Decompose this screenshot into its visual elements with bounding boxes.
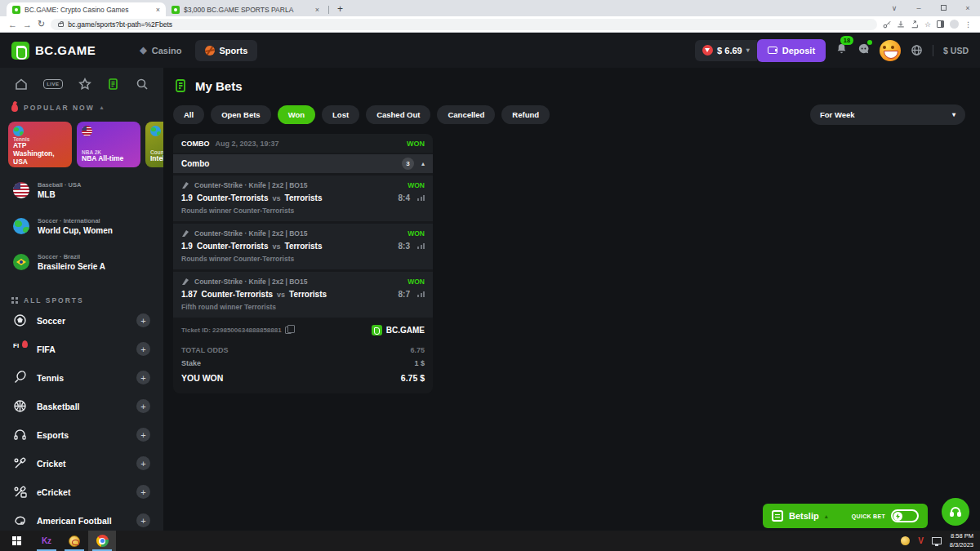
flame-icon: [11, 104, 18, 112]
password-key-icon[interactable]: [883, 20, 891, 29]
leg-league: Counter-Strike · Knife | 2x2 | BO15: [194, 181, 307, 189]
search-icon[interactable]: [136, 78, 149, 91]
browser-tab-active[interactable]: BC.GAME: Crypto Casino Games ×: [7, 2, 166, 16]
tray-v-icon[interactable]: V: [918, 536, 924, 545]
sidebar-item-american-football[interactable]: American Football +: [8, 506, 155, 531]
popular-card-csgo[interactable]: Count Intel E Maste: [145, 122, 163, 167]
site: BC.GAME ◆ Casino Sports $ 6.69 ▾: [0, 33, 980, 531]
stats-icon[interactable]: [417, 243, 425, 249]
reload-button[interactable]: ↻: [38, 19, 45, 29]
taskbar-app-kz[interactable]: Kz: [33, 531, 60, 551]
stats-icon[interactable]: [417, 195, 425, 201]
taskbar-app-garena[interactable]: [60, 531, 88, 551]
plus-button[interactable]: +: [136, 399, 150, 413]
live-icon[interactable]: LIVE: [43, 79, 62, 89]
basketball-icon: [13, 399, 27, 413]
globe-icon: [13, 126, 24, 136]
sidebar-item-soccer[interactable]: Soccer +: [8, 306, 155, 335]
tab-close-icon[interactable]: ×: [315, 6, 319, 14]
user-avatar[interactable]: [880, 40, 901, 61]
sidebar-item-cricket[interactable]: Cricket +: [8, 449, 155, 478]
popular-card-tennis[interactable]: Tennis ATP Washington, USA: [8, 122, 72, 167]
address-bar[interactable]: bc.game/sports?bt-path=%2Fbets: [51, 19, 877, 30]
plus-button[interactable]: +: [136, 313, 150, 327]
browser-tab[interactable]: $3,000 BC.GAME SPORTS PARLA ×: [166, 2, 325, 16]
plus-button[interactable]: +: [136, 456, 150, 470]
event-mlb[interactable]: Baseball · USA MLB: [8, 172, 155, 208]
star-icon[interactable]: [78, 78, 91, 91]
page-title-text: My Bets: [195, 79, 243, 93]
betslip-bar[interactable]: Betslip ▴ QUICK BET: [763, 504, 928, 528]
nav-sports[interactable]: Sports: [195, 40, 258, 61]
share-icon[interactable]: [911, 20, 919, 29]
popular-card-nba2k[interactable]: NBA 2K NBA All-time: [77, 122, 140, 167]
download-icon[interactable]: [897, 20, 905, 29]
filter-cancelled[interactable]: Cancelled: [437, 105, 495, 124]
quick-bet-toggle[interactable]: [891, 509, 919, 522]
notifications-button[interactable]: 18: [835, 42, 848, 58]
bookmark-star-icon[interactable]: ☆: [924, 20, 931, 29]
start-button[interactable]: [0, 531, 33, 551]
nav-casino[interactable]: ◆ Casino: [130, 39, 191, 61]
copy-icon[interactable]: [285, 327, 292, 334]
https-lock-icon: [58, 23, 64, 27]
minimize-button[interactable]: –: [906, 4, 931, 12]
balance-selector[interactable]: $ 6.69 ▾: [695, 40, 757, 61]
forward-button[interactable]: →: [23, 20, 32, 29]
bet-leg[interactable]: Counter-Strike · Knife | 2x2 | BO15 WON …: [173, 272, 433, 318]
card-title: Intel E Maste: [150, 155, 163, 163]
network-icon[interactable]: [932, 537, 942, 544]
stats-icon[interactable]: [417, 291, 425, 297]
sidebar-item-tennis[interactable]: Tennis +: [8, 363, 155, 392]
browser-menu-icon[interactable]: ⋮: [964, 20, 972, 29]
browser-profile-avatar[interactable]: [950, 20, 959, 29]
plus-button[interactable]: +: [136, 428, 150, 442]
filter-all[interactable]: All: [173, 105, 204, 124]
event-world-cup[interactable]: Soccer · International World Cup, Women: [8, 208, 155, 244]
back-button[interactable]: ←: [8, 20, 17, 29]
sidebar-item-basketball[interactable]: Basketball +: [8, 392, 155, 420]
language-globe-icon[interactable]: [911, 44, 923, 56]
filter-open-bets[interactable]: Open Bets: [211, 105, 271, 124]
leg-market: Fifth round winner Terrorists: [181, 303, 425, 311]
bet-card: COMBO Aug 2, 2023, 19:37 WON Combo 3 ▴ C…: [173, 134, 433, 393]
filter-won[interactable]: Won: [278, 105, 315, 124]
tab-close-icon[interactable]: ×: [156, 6, 160, 14]
plus-button[interactable]: +: [136, 513, 150, 527]
leg-away-team: Terrorists: [285, 193, 323, 202]
filter-refund[interactable]: Refund: [501, 105, 550, 124]
deposit-label: Deposit: [782, 46, 815, 56]
currency-selector[interactable]: $ USD: [943, 46, 969, 56]
home-icon[interactable]: [15, 78, 28, 91]
bet-leg[interactable]: Counter-Strike · Knife | 2x2 | BO15 WON …: [173, 176, 433, 221]
event-brasileiro[interactable]: Soccer · Brazil Brasileiro Serie A: [8, 244, 155, 280]
restore-button[interactable]: [931, 4, 956, 12]
sidebar-quick-nav: LIVE: [8, 76, 155, 102]
my-bets-icon[interactable]: [107, 78, 120, 91]
taskbar-clock[interactable]: 8:58 PM 8/3/2023: [950, 532, 973, 549]
filter-cashed-out[interactable]: Cashed Out: [366, 105, 430, 124]
deposit-button[interactable]: Deposit: [757, 39, 826, 62]
window-controls: ∨ – ×: [882, 0, 980, 16]
popular-now-header[interactable]: POPULAR NOW ▴: [8, 102, 155, 113]
taskbar-app-chrome[interactable]: [88, 531, 116, 551]
sidebar-item-fifa[interactable]: FI FIFA +: [8, 335, 155, 363]
brand-title[interactable]: BC.GAME: [35, 43, 96, 57]
sidebar-item-ecricket[interactable]: eCricket +: [8, 478, 155, 506]
side-panel-icon[interactable]: [937, 20, 944, 28]
support-button[interactable]: [942, 498, 969, 526]
tray-coin-icon[interactable]: [901, 536, 910, 545]
filter-lost[interactable]: Lost: [322, 105, 359, 124]
bet-leg[interactable]: Counter-Strike · Knife | 2x2 | BO15 WON …: [173, 224, 433, 269]
new-tab-button[interactable]: +: [337, 3, 343, 15]
plus-button[interactable]: +: [136, 342, 150, 356]
period-select[interactable]: For Week ▾: [810, 104, 965, 125]
chat-button[interactable]: [858, 42, 870, 58]
tab-search-icon[interactable]: ∨: [882, 4, 906, 12]
close-button[interactable]: ×: [956, 4, 980, 12]
plus-button[interactable]: +: [136, 371, 150, 384]
sidebar-item-esports[interactable]: Esports +: [8, 420, 155, 449]
plus-button[interactable]: +: [136, 485, 150, 499]
combo-toggle-row[interactable]: Combo 3 ▴: [173, 154, 433, 173]
bcgame-logo-icon[interactable]: [11, 42, 29, 60]
